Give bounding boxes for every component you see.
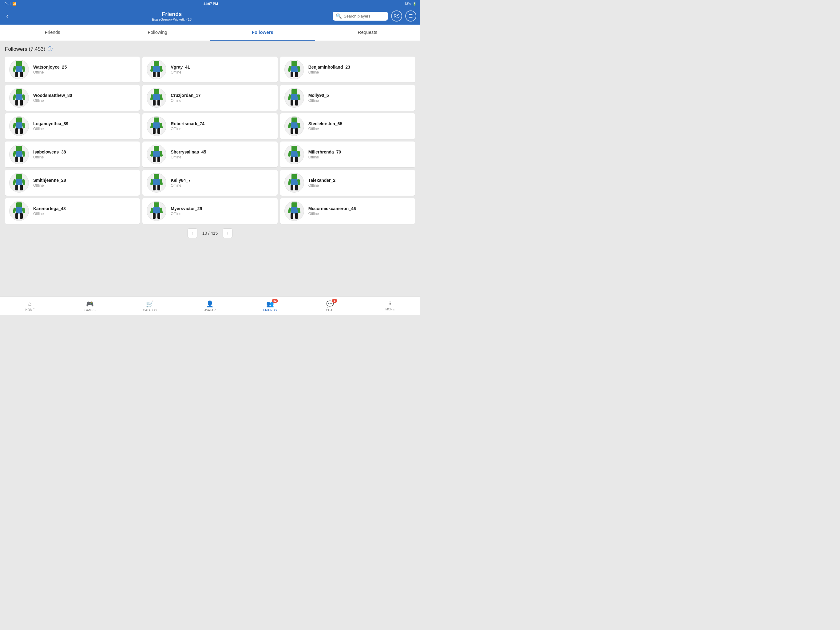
char-arm-right: [159, 94, 163, 100]
bottom-nav: ⌂ HOME 🎮 GAMES 🛒 CATALOG 👤 AVATAR 82 👥 F…: [0, 296, 420, 315]
char-leg-left: [153, 128, 156, 134]
player-card[interactable]: Talexander_2 Offline: [280, 170, 415, 196]
roblox-character: [150, 117, 163, 135]
char-leg-right: [295, 72, 298, 77]
nav-catalog-label: CATALOG: [143, 309, 157, 312]
chat-badge: 1: [332, 299, 337, 303]
avatar-icon: 👤: [206, 300, 214, 308]
player-card[interactable]: Benjaminholland_23 Offline: [280, 57, 415, 82]
player-card[interactable]: Smithjeanne_28 Offline: [5, 170, 140, 196]
player-status: Offline: [308, 155, 411, 159]
roblox-character: [287, 174, 301, 192]
tab-followers[interactable]: Followers: [210, 25, 315, 41]
char-leg-left: [15, 100, 18, 106]
char-leg-right: [158, 213, 160, 219]
nav-avatar[interactable]: 👤 AVATAR: [180, 298, 240, 314]
player-card[interactable]: Sherrysalinas_45 Offline: [142, 141, 277, 167]
roblox-character: [150, 146, 163, 163]
char-leg-left: [153, 185, 156, 190]
player-card[interactable]: Molly90_5 Offline: [280, 85, 415, 111]
char-leg-right: [158, 128, 160, 134]
char-arm-right: [297, 179, 300, 185]
nav-chat[interactable]: 1 💬 CHAT: [300, 298, 360, 314]
player-card[interactable]: Steelekristen_65 Offline: [280, 113, 415, 139]
device-label: iPad: [4, 2, 11, 6]
status-right: 18% 🔋: [405, 2, 416, 6]
avatar: [9, 201, 29, 221]
player-name: Sherrysalinas_45: [171, 149, 273, 154]
player-info: Watsonjoyce_25 Offline: [33, 65, 136, 74]
avatar: [147, 88, 166, 108]
char-leg-left: [153, 157, 156, 162]
next-page-button[interactable]: ›: [223, 228, 232, 238]
char-body: [291, 151, 298, 157]
player-card[interactable]: Kelly84_7 Offline: [142, 170, 277, 196]
player-card[interactable]: Logancynthia_89 Offline: [5, 113, 140, 139]
player-card[interactable]: Myersvictor_29 Offline: [142, 198, 277, 224]
char-body: [291, 66, 298, 72]
search-input[interactable]: [344, 14, 385, 19]
player-info: Woodsmatthew_80 Offline: [33, 93, 136, 103]
home-icon: ⌂: [28, 300, 32, 307]
char-body: [153, 122, 160, 128]
char-leg-left: [291, 213, 293, 219]
header: ‹ Friends EsaieGregoryPrickett: <13 🔍 RS…: [0, 7, 420, 25]
search-bar[interactable]: 🔍: [333, 12, 388, 21]
player-info: Benjaminholland_23 Offline: [308, 65, 411, 74]
player-name: Myersvictor_29: [171, 206, 273, 211]
nav-friends[interactable]: 82 👥 FRIENDS: [240, 298, 300, 314]
char-arm-right: [22, 207, 25, 213]
char-leg-right: [20, 185, 23, 190]
char-leg-left: [15, 128, 18, 134]
wifi-icon: 📶: [12, 2, 17, 6]
player-card[interactable]: Mccormickcameron_46 Offline: [280, 198, 415, 224]
player-card[interactable]: Isabelowens_38 Offline: [5, 141, 140, 167]
nav-games[interactable]: 🎮 GAMES: [60, 298, 120, 314]
back-button[interactable]: ‹: [4, 11, 11, 21]
char-body: [291, 122, 298, 128]
char-leg-right: [295, 185, 298, 190]
prev-page-button[interactable]: ‹: [188, 228, 197, 238]
player-card[interactable]: Watsonjoyce_25 Offline: [5, 57, 140, 82]
player-name: Logancynthia_89: [33, 121, 136, 126]
player-info: Logancynthia_89 Offline: [33, 121, 136, 131]
nav-more[interactable]: ⠿ MORE: [360, 299, 420, 313]
char-arm-right: [159, 151, 163, 157]
char-body: [16, 207, 22, 214]
char-arm-right: [159, 207, 163, 213]
tab-friends[interactable]: Friends: [0, 25, 105, 41]
char-body: [16, 94, 22, 100]
player-status: Offline: [33, 184, 136, 188]
avatar: [284, 116, 304, 136]
menu-button[interactable]: ☰: [405, 11, 416, 22]
player-card[interactable]: Cruzjordan_17 Offline: [142, 85, 277, 111]
tab-requests[interactable]: Requests: [315, 25, 420, 41]
player-info: Myersvictor_29 Offline: [171, 206, 273, 216]
player-card[interactable]: Karenortega_48 Offline: [5, 198, 140, 224]
rs-button[interactable]: RS: [391, 11, 402, 22]
avatar: [284, 144, 304, 164]
roblox-character: [12, 117, 26, 135]
player-card[interactable]: Woodsmatthew_80 Offline: [5, 85, 140, 111]
nav-catalog[interactable]: 🛒 CATALOG: [120, 298, 180, 314]
char-leg-right: [158, 100, 160, 106]
page-info: 10 / 415: [202, 231, 218, 236]
player-card[interactable]: Millerbrenda_79 Offline: [280, 141, 415, 167]
char-leg-left: [153, 213, 156, 219]
player-status: Offline: [171, 155, 273, 159]
avatar: [9, 116, 29, 136]
tab-following[interactable]: Following: [105, 25, 210, 41]
player-card[interactable]: Vgray_41 Offline: [142, 57, 277, 82]
search-icon: 🔍: [336, 13, 342, 19]
char-arm-right: [297, 94, 300, 100]
status-bar: iPad 📶 11:07 PM 18% 🔋: [0, 0, 420, 7]
nav-home[interactable]: ⌂ HOME: [0, 298, 60, 313]
player-status: Offline: [33, 127, 136, 131]
header-center: Friends EsaieGregoryPrickett: <13: [152, 11, 191, 21]
player-card[interactable]: Robertsmark_74 Offline: [142, 113, 277, 139]
roblox-character: [150, 89, 163, 106]
player-info: Kelly84_7 Offline: [171, 178, 273, 188]
player-name: Cruzjordan_17: [171, 93, 273, 98]
char-leg-left: [153, 72, 156, 77]
nav-home-label: HOME: [25, 308, 35, 312]
